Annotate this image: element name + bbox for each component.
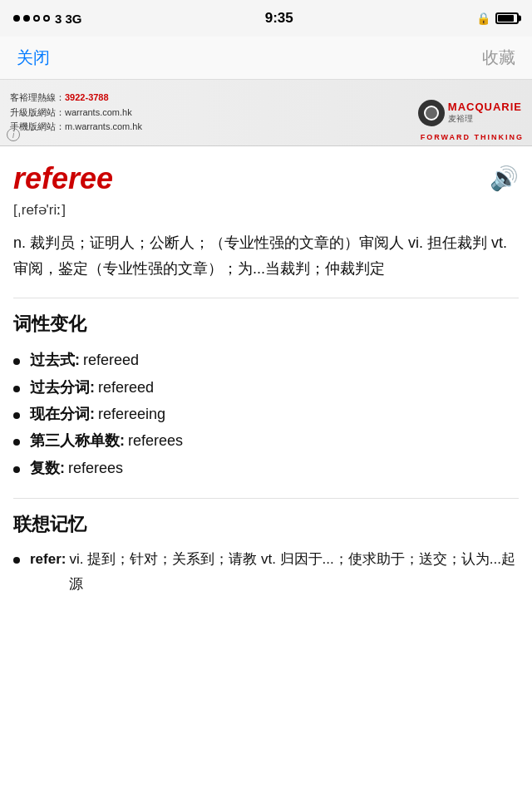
- lock-icon: 🔒: [476, 12, 490, 25]
- bullet-icon: [13, 557, 20, 564]
- signal-dots: [13, 15, 50, 22]
- inflection-label: 现在分词:: [30, 401, 95, 427]
- list-item: 复数: referees: [13, 455, 519, 481]
- speaker-icon[interactable]: 🔊: [490, 165, 519, 192]
- bullet-icon: [13, 412, 20, 419]
- ad-tagline: FORWARD thinking: [421, 133, 524, 141]
- inflection-value: referees: [68, 455, 123, 481]
- carrier-label: 3 3G: [55, 12, 82, 26]
- inflection-label: 第三人称单数:: [30, 427, 125, 454]
- divider2: [13, 498, 519, 499]
- word-header: referee 🔊: [13, 161, 519, 196]
- dot1: [13, 15, 20, 22]
- status-bar: 3 3G 9:35 🔒: [0, 0, 532, 37]
- time-display: 9:35: [265, 10, 293, 27]
- assoc-text: vi. 提到；针对；关系到；请教 vt. 归因于...；使求助于；送交；认为..…: [69, 547, 519, 597]
- bookmark-button[interactable]: 收藏: [482, 47, 515, 69]
- ad-line1: 客裕理熱線：3922-3788: [10, 91, 418, 106]
- list-item: 过去分词: refereed: [13, 374, 519, 401]
- inflection-label: 过去式:: [30, 347, 80, 373]
- list-item: 现在分词: refereeing: [13, 401, 519, 427]
- ad-logo: MACQUARIE 麦裕理: [418, 100, 522, 126]
- brand-name: MACQUARIE: [448, 101, 522, 113]
- inflection-section-title: 词性变化: [13, 312, 519, 337]
- inflection-value: refereed: [98, 374, 154, 401]
- battery-fill: [498, 15, 514, 22]
- dot3: [33, 15, 40, 22]
- close-button[interactable]: 关闭: [17, 47, 50, 69]
- definition: n. 裁判员；证明人；公断人；（专业性强的文章的）审阅人 vi. 担任裁判 vt…: [13, 230, 519, 281]
- association-list: refer: vi. 提到；针对；关系到；请教 vt. 归因于...；使求助于；…: [13, 547, 519, 597]
- inflection-label: 复数:: [30, 455, 65, 481]
- battery-icon: [495, 12, 519, 24]
- bullet-icon: [13, 466, 20, 473]
- bullet-icon: [13, 439, 20, 446]
- logo-circle-icon: [418, 100, 445, 126]
- nav-bar: 关闭 收藏: [0, 37, 532, 80]
- phonetic: [ˌrefə'riː]: [13, 201, 519, 219]
- info-icon: i: [7, 128, 20, 141]
- main-content: referee 🔊 [ˌrefə'riː] n. 裁判员；证明人；公断人；（专业…: [0, 146, 532, 612]
- ad-content: 客裕理熱線：3922-3788 升級版網站：warrants.com.hk 手機…: [10, 91, 418, 135]
- association-section-title: 联想记忆: [13, 512, 519, 537]
- inflection-value: referees: [128, 427, 183, 454]
- dot4: [43, 15, 50, 22]
- assoc-word: refer:: [30, 547, 66, 572]
- list-item: 过去式: refereed: [13, 347, 519, 373]
- ad-banner[interactable]: 客裕理熱線：3922-3788 升級版網站：warrants.com.hk 手機…: [0, 80, 532, 146]
- logo-inner: [424, 106, 439, 121]
- status-left: 3 3G: [13, 12, 82, 26]
- inflection-list: 过去式: refereed 过去分词: refereed 现在分词: refer…: [13, 347, 519, 481]
- macquarie-logo: MACQUARIE 麦裕理: [418, 100, 522, 126]
- list-item: 第三人称单数: referees: [13, 427, 519, 454]
- dot2: [23, 15, 30, 22]
- list-item: refer: vi. 提到；针对；关系到；请教 vt. 归因于...；使求助于；…: [13, 547, 519, 597]
- bullet-icon: [13, 358, 20, 365]
- inflection-value: refereeing: [98, 401, 165, 427]
- ad-line2: 升級版網站：warrants.com.hk: [10, 106, 418, 121]
- ad-line3: 手機版網站：m.warrants.com.hk: [10, 120, 418, 135]
- status-right: 🔒: [476, 12, 519, 25]
- brand-chinese: 麦裕理: [448, 113, 522, 125]
- divider1: [13, 298, 519, 298]
- inflection-value: refereed: [83, 347, 139, 373]
- inflection-label: 过去分词:: [30, 374, 95, 401]
- word-title: referee: [13, 161, 113, 196]
- bullet-icon: [13, 386, 20, 392]
